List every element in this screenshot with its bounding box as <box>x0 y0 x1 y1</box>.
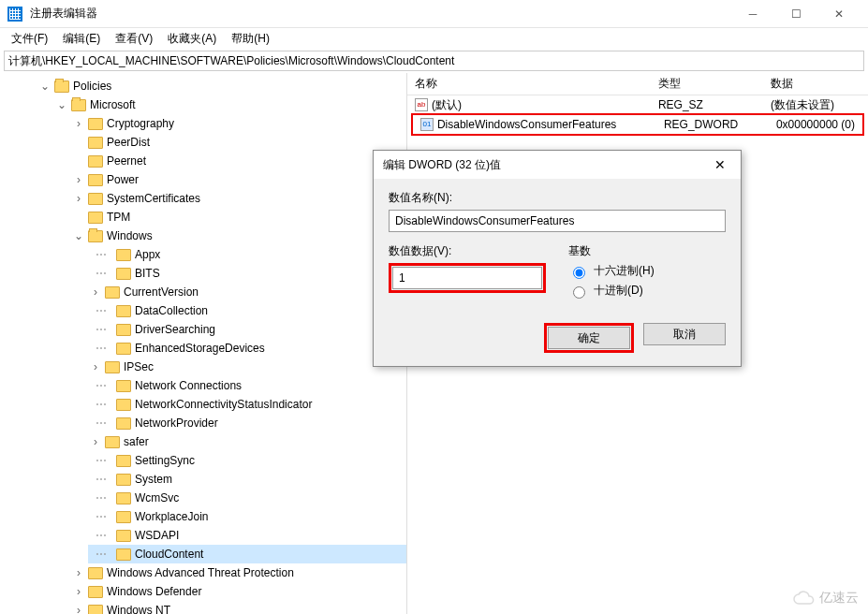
expand-icon[interactable]: › <box>90 358 101 376</box>
list-header: 名称 类型 数据 <box>407 73 868 95</box>
tree-item[interactable]: ⋯WorkplaceJoin <box>88 507 406 526</box>
tree-item[interactable]: ⋯WSDAPI <box>88 526 406 545</box>
value-name-input[interactable] <box>389 210 726 232</box>
dialog-titlebar[interactable]: 编辑 DWORD (32 位)值 ✕ <box>374 151 741 179</box>
tree-item[interactable]: ⋯SettingSync <box>88 451 406 470</box>
value-row-disable-consumer[interactable]: 01DisableWindowsConsumerFeatures REG_DWO… <box>413 115 862 134</box>
expand-icon[interactable]: › <box>73 582 84 601</box>
menu-view[interactable]: 查看(V) <box>108 29 160 49</box>
titlebar: 注册表编辑器 ─ ☐ ✕ <box>0 0 868 28</box>
tree-pane[interactable]: ⌄Policies ⌄Microsoft ›Cryptography PeerD… <box>0 73 407 614</box>
menu-file[interactable]: 文件(F) <box>4 29 55 49</box>
radio-dec[interactable]: 十进制(D) <box>568 283 726 299</box>
tree-item[interactable]: ›CurrentVersion <box>88 283 406 301</box>
address-bar[interactable]: 计算机\HKEY_LOCAL_MACHINE\SOFTWARE\Policies… <box>4 51 864 71</box>
folder-icon <box>116 455 131 467</box>
menu-help[interactable]: 帮助(H) <box>224 29 277 49</box>
tree-item[interactable]: ⋯WcmSvc <box>88 489 406 507</box>
dialog-close-button[interactable]: ✕ <box>709 155 731 174</box>
folder-icon <box>116 380 131 392</box>
tree-item[interactable]: ›SystemCertificates <box>71 189 406 208</box>
tree-item[interactable]: TPM <box>71 208 406 227</box>
folder-icon <box>116 268 131 280</box>
collapse-icon[interactable]: ⌄ <box>73 227 84 245</box>
folder-icon <box>116 324 131 336</box>
collapse-icon[interactable]: ⌄ <box>39 77 51 95</box>
folder-icon <box>88 586 103 598</box>
expand-icon[interactable]: › <box>90 283 101 301</box>
watermark: 亿速云 <box>793 590 859 607</box>
address-text: 计算机\HKEY_LOCAL_MACHINE\SOFTWARE\Policies… <box>8 53 454 69</box>
folder-icon <box>88 605 103 615</box>
folder-icon <box>105 286 120 299</box>
tree-item[interactable]: ⋯System <box>88 470 406 489</box>
radio-hex[interactable]: 十六进制(H) <box>568 263 726 279</box>
folder-icon <box>88 118 103 130</box>
tree-item-cloudcontent[interactable]: ⋯CloudContent <box>88 545 406 563</box>
folder-icon <box>116 343 131 355</box>
expand-icon[interactable]: › <box>73 189 84 208</box>
tree-item-policies[interactable]: ⌄Policies <box>37 77 406 95</box>
menubar: 文件(F) 编辑(E) 查看(V) 收藏夹(A) 帮助(H) <box>0 28 868 49</box>
folder-icon <box>116 492 131 504</box>
value-row-default[interactable]: ab(默认) REG_SZ (数值未设置) <box>407 95 868 114</box>
tree-item[interactable]: ⋯DriverSearching <box>88 320 406 339</box>
folder-icon <box>105 436 120 448</box>
tree-item-microsoft[interactable]: ⌄Microsoft <box>54 95 406 114</box>
window-title: 注册表编辑器 <box>30 6 731 22</box>
base-label: 基数 <box>568 243 726 259</box>
cancel-button[interactable]: 取消 <box>643 323 726 345</box>
expand-icon[interactable]: › <box>73 601 84 614</box>
menu-edit[interactable]: 编辑(E) <box>55 29 108 49</box>
tree-item[interactable]: ›Windows Defender <box>71 582 406 601</box>
close-button[interactable]: ✕ <box>817 0 861 28</box>
folder-icon <box>54 80 69 93</box>
cloud-icon <box>793 591 816 606</box>
value-name-label: 数值名称(N): <box>389 190 726 206</box>
tree-item[interactable]: ›Cryptography <box>71 114 406 133</box>
minimize-button[interactable]: ─ <box>731 0 774 28</box>
tree-item[interactable]: ⋯Network Connections <box>88 376 406 395</box>
collapse-icon[interactable]: ⌄ <box>56 95 67 114</box>
col-type[interactable]: 类型 <box>651 76 763 92</box>
folder-icon <box>71 99 86 111</box>
col-data[interactable]: 数据 <box>763 76 868 92</box>
tree-item[interactable]: ⋯BITS <box>88 264 406 283</box>
folder-icon <box>116 511 131 523</box>
tree-item[interactable]: ›Power <box>71 170 406 189</box>
menu-favorites[interactable]: 收藏夹(A) <box>160 29 224 49</box>
tree-item[interactable]: ›safer <box>88 432 406 451</box>
tree-item[interactable]: ⋯Appx <box>88 245 406 264</box>
folder-icon <box>116 399 131 411</box>
tree-item[interactable]: ⋯NetworkConnectivityStatusIndicator <box>88 395 406 414</box>
tree-item[interactable]: PeerDist <box>71 133 406 152</box>
folder-icon <box>116 249 131 261</box>
tree-item[interactable]: ›Windows Advanced Threat Protection <box>71 563 406 582</box>
folder-icon <box>116 417 131 430</box>
window-controls: ─ ☐ ✕ <box>731 0 861 28</box>
dword-value-icon: 01 <box>420 118 434 131</box>
expand-icon[interactable]: › <box>73 170 84 189</box>
expand-icon[interactable]: › <box>90 432 101 451</box>
string-value-icon: ab <box>415 98 428 111</box>
folder-icon <box>88 567 103 579</box>
dialog-title: 编辑 DWORD (32 位)值 <box>383 157 501 173</box>
tree-item[interactable]: ⋯DataCollection <box>88 301 406 320</box>
value-data-label: 数值数据(V): <box>389 243 546 259</box>
folder-icon <box>116 474 131 486</box>
maximize-button[interactable]: ☐ <box>774 0 817 28</box>
col-name[interactable]: 名称 <box>407 76 651 92</box>
edit-dword-dialog: 编辑 DWORD (32 位)值 ✕ 数值名称(N): 数值数据(V): 基数 … <box>373 150 742 367</box>
value-data-input[interactable] <box>392 267 542 289</box>
folder-icon <box>88 193 103 205</box>
tree-item[interactable]: ›Windows NT <box>71 601 406 614</box>
expand-icon[interactable]: › <box>73 563 84 582</box>
expand-icon[interactable]: › <box>73 114 84 133</box>
tree-item[interactable]: ›IPSec <box>88 358 406 376</box>
tree-item[interactable]: ⋯NetworkProvider <box>88 414 406 432</box>
tree-item[interactable]: ⋯EnhancedStorageDevices <box>88 339 406 358</box>
ok-button[interactable]: 确定 <box>548 327 630 349</box>
tree-item-windows[interactable]: ⌄Windows <box>71 227 406 245</box>
tree-item[interactable]: Peernet <box>71 152 406 170</box>
folder-icon <box>116 548 131 561</box>
